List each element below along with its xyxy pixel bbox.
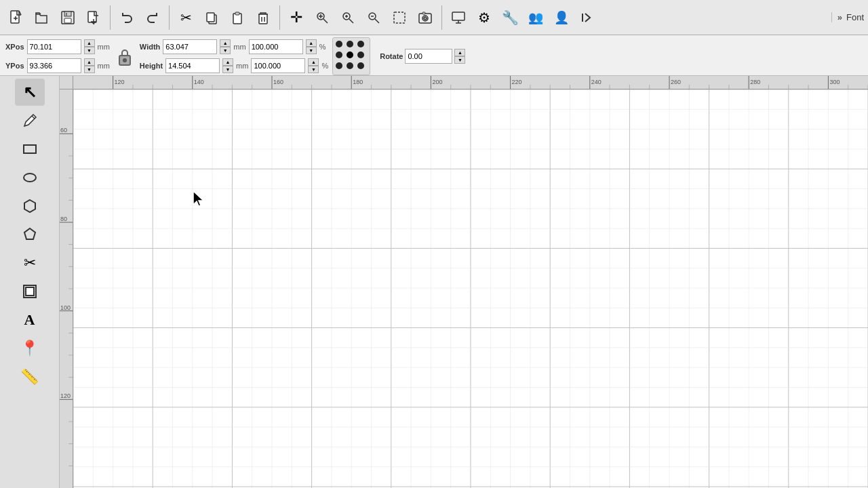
height-pct-down[interactable]: ▼ [308, 66, 319, 73]
main-toolbar: ✂ ✛ [0, 0, 868, 35]
export-button[interactable] [575, 5, 599, 30]
text-tool-button[interactable]: A [15, 306, 45, 333]
tools-button[interactable]: 🔧 [498, 5, 522, 30]
new-file-button[interactable] [4, 5, 28, 30]
settings-button[interactable]: ⚙ [472, 5, 496, 30]
ypos-unit: mm [98, 62, 110, 70]
undo-button[interactable] [115, 5, 139, 30]
xpos-label: XPos [5, 43, 24, 51]
dot-mr[interactable] [357, 52, 364, 58]
redo-button[interactable] [140, 5, 165, 30]
svg-rect-15 [235, 12, 239, 15]
svg-text:220: 220 [512, 79, 522, 85]
svg-rect-46 [26, 287, 34, 296]
dot-br[interactable] [357, 62, 364, 69]
object-position-grid[interactable] [332, 37, 370, 75]
open-file-button[interactable] [30, 5, 54, 30]
polygon-tool-button[interactable] [15, 221, 45, 248]
pin-tool-button[interactable]: 📍 [15, 335, 45, 362]
dot-tr[interactable] [357, 41, 364, 47]
svg-text:260: 260 [671, 79, 681, 85]
canvas-white[interactable] [73, 89, 868, 488]
delete-button[interactable] [251, 5, 275, 30]
height-down[interactable]: ▼ [222, 66, 233, 73]
rotate-up[interactable]: ▲ [454, 49, 465, 56]
svg-line-20 [323, 19, 328, 23]
zoom-select-button[interactable] [310, 5, 334, 30]
dot-ml[interactable] [336, 52, 342, 58]
height-spinner[interactable]: ▲ ▼ [222, 58, 233, 73]
width-up[interactable]: ▲ [220, 39, 231, 47]
xpos-input[interactable] [27, 39, 81, 54]
xpos-up[interactable]: ▲ [84, 39, 95, 47]
svg-rect-41 [24, 145, 36, 153]
svg-rect-7 [64, 18, 71, 23]
dot-bl[interactable] [336, 62, 342, 69]
width-spinner[interactable]: ▲ ▼ [220, 39, 231, 54]
width-down[interactable]: ▼ [220, 47, 231, 54]
sep3 [279, 5, 280, 30]
cut-button[interactable]: ✂ [174, 5, 198, 30]
canvas-area[interactable]: 120140160180200220240260280300 608010012… [60, 76, 868, 488]
user-button[interactable]: 👤 [549, 5, 574, 30]
hexagon-tool-button[interactable] [15, 192, 45, 220]
grid-svg [73, 89, 868, 488]
copy-button[interactable] [199, 5, 224, 30]
width-pct-spinner[interactable]: ▲ ▼ [306, 39, 317, 54]
svg-rect-34 [422, 12, 425, 14]
pencil-tool-button[interactable] [15, 107, 45, 134]
rectangle-tool-button[interactable] [15, 136, 45, 163]
svg-text:180: 180 [353, 79, 363, 85]
height-pct-spinner[interactable]: ▲ ▼ [308, 58, 319, 73]
zoom-out-button[interactable] [361, 5, 386, 30]
lock-icon[interactable] [114, 43, 136, 70]
paste-button[interactable] [225, 5, 250, 30]
font-label[interactable]: Font [846, 12, 864, 22]
dot-mc[interactable] [347, 52, 353, 58]
height-input[interactable] [165, 58, 220, 73]
cut-tool-button[interactable]: ✂ [15, 249, 45, 277]
dot-tc[interactable] [347, 41, 353, 47]
ruler-top: 120140160180200220240260280300 [73, 76, 868, 89]
width-pct-up[interactable]: ▲ [306, 39, 317, 47]
ypos-up[interactable]: ▲ [84, 58, 95, 66]
rotate-spinner[interactable]: ▲ ▼ [454, 49, 465, 64]
svg-text:200: 200 [432, 79, 442, 85]
dot-bc[interactable] [347, 62, 353, 69]
rotate-input[interactable] [405, 49, 452, 64]
height-pct-input[interactable] [251, 58, 305, 73]
ypos-input[interactable] [27, 58, 81, 73]
svg-rect-35 [452, 12, 465, 20]
dot-tl[interactable] [336, 41, 342, 47]
height-up[interactable]: ▲ [222, 58, 233, 66]
width-input[interactable] [163, 39, 217, 54]
rotate-down[interactable]: ▼ [454, 56, 465, 64]
svg-text:100: 100 [60, 304, 71, 311]
ypos-down[interactable]: ▼ [84, 66, 95, 73]
select-all-button[interactable] [387, 5, 412, 30]
ellipse-tool-button[interactable] [15, 164, 45, 191]
screenshot-button[interactable] [413, 5, 437, 30]
left-tool-panel: ↖ ✂ [0, 76, 60, 488]
svg-rect-13 [207, 13, 214, 22]
height-pct-up[interactable]: ▲ [308, 58, 319, 66]
xpos-down[interactable]: ▼ [84, 47, 95, 54]
xpos-spinner[interactable]: ▲ ▼ [84, 39, 95, 54]
monitor-button[interactable] [446, 5, 471, 30]
select-tool-button[interactable]: ↖ [15, 79, 45, 106]
save-file-button[interactable] [56, 5, 80, 30]
height-pct-symbol: % [321, 62, 328, 70]
users-button[interactable]: 👥 [524, 5, 548, 30]
ypos-spinner[interactable]: ▲ ▼ [84, 58, 95, 73]
frame-tool-button[interactable] [15, 278, 45, 305]
move-button[interactable]: ✛ [284, 5, 309, 30]
width-pct-input[interactable] [249, 39, 303, 54]
svg-text:120: 120 [60, 392, 71, 399]
svg-text:280: 280 [750, 79, 760, 85]
svg-text:80: 80 [60, 216, 67, 222]
more-button[interactable]: » [837, 12, 842, 22]
import-button[interactable] [81, 5, 106, 30]
width-pct-down[interactable]: ▼ [306, 47, 317, 54]
zoom-in-button[interactable] [336, 5, 360, 30]
ruler-tool-button[interactable]: 📏 [15, 363, 45, 390]
